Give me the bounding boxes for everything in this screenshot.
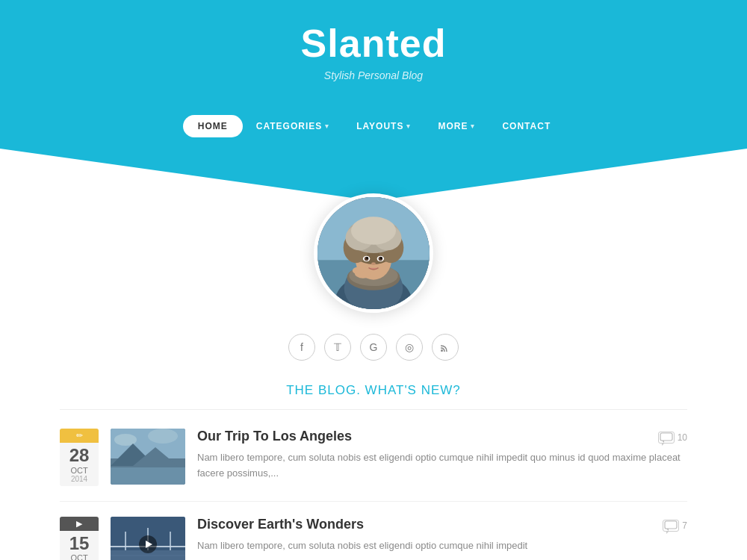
chevron-icon: ▾ xyxy=(406,122,411,130)
post-day: 15 xyxy=(60,531,99,553)
rss-icon[interactable] xyxy=(432,334,459,361)
thumbnail-image xyxy=(111,429,185,485)
chevron-icon: ▾ xyxy=(471,122,475,130)
post-title-row: Our Trip To Los Angeles 10 xyxy=(197,429,687,444)
post-icon-video: ▶ xyxy=(60,517,99,531)
comment-icon xyxy=(658,432,675,444)
page-wrapper: Slanted Stylish Personal Blog HOME CATEG… xyxy=(0,0,747,560)
hero-section: Slanted Stylish Personal Blog HOME CATEG… xyxy=(0,0,747,149)
post-thumbnail[interactable] xyxy=(111,429,185,485)
post-month: OCT xyxy=(60,466,99,475)
post-title-row: Discover Earth's Wonders 7 xyxy=(197,517,687,532)
navigation: HOME CATEGORIES ▾ LAYOUTS ▾ MORE ▾ CONTA… xyxy=(0,96,747,149)
thumbnail-image xyxy=(111,517,185,560)
post-month: OCT xyxy=(60,553,99,560)
svg-point-16 xyxy=(351,217,396,245)
post-title[interactable]: Our Trip To Los Angeles xyxy=(197,429,352,444)
svg-marker-36 xyxy=(662,441,664,443)
blog-heading-main: THE BLOG. xyxy=(286,383,361,397)
blog-heading-sub: WHAT'S NEW? xyxy=(365,383,461,397)
post-date-box: ▶ 15 OCT xyxy=(60,517,99,560)
facebook-icon[interactable]: f xyxy=(288,334,315,361)
svg-marker-47 xyxy=(666,529,669,531)
post-excerpt: Nam libero tempore, cum soluta nobis est… xyxy=(197,538,687,554)
svg-rect-34 xyxy=(111,467,185,485)
post-content: Our Trip To Los Angeles 10 Nam libero xyxy=(197,429,687,482)
post-title[interactable]: Discover Earth's Wonders xyxy=(197,517,364,532)
comment-icon xyxy=(663,520,679,532)
site-title: Slanted xyxy=(0,22,747,65)
dribbble-icon[interactable]: ◎ xyxy=(396,334,423,361)
nav-item-home[interactable]: HOME xyxy=(183,115,243,137)
avatar-image xyxy=(317,197,430,309)
nav-item-more[interactable]: MORE ▾ xyxy=(424,115,489,137)
post-item: ✏ 28 OCT 2014 xyxy=(60,429,687,501)
avatar xyxy=(314,193,433,313)
google-icon[interactable]: G xyxy=(360,334,387,361)
site-subtitle: Stylish Personal Blog xyxy=(0,69,747,81)
twitter-icon[interactable]: 𝕋 xyxy=(324,334,351,361)
blog-heading: THE BLOG. WHAT'S NEW? xyxy=(60,383,687,410)
nav-item-categories[interactable]: CATEGORIES ▾ xyxy=(243,115,343,137)
chevron-icon: ▾ xyxy=(325,122,329,130)
play-button[interactable] xyxy=(139,535,157,553)
post-date-box: ✏ 28 OCT 2014 xyxy=(60,429,99,485)
nav-item-layouts[interactable]: LAYOUTS ▾ xyxy=(343,115,424,137)
comment-count: 7 xyxy=(682,520,687,531)
svg-point-25 xyxy=(353,267,364,274)
svg-point-22 xyxy=(380,257,382,259)
svg-point-21 xyxy=(366,257,368,259)
svg-rect-35 xyxy=(660,433,672,441)
blog-section: THE BLOG. WHAT'S NEW? ✏ 28 OCT 2014 xyxy=(0,361,747,560)
play-icon xyxy=(146,541,152,548)
nav-menu: HOME CATEGORIES ▾ LAYOUTS ▾ MORE ▾ CONTA… xyxy=(0,115,747,137)
post-year: 2014 xyxy=(60,475,99,486)
post-comments[interactable]: 10 xyxy=(658,432,687,444)
comment-count: 10 xyxy=(678,432,687,443)
avatar-section: f 𝕋 G ◎ xyxy=(0,201,747,361)
svg-point-31 xyxy=(148,429,178,444)
post-thumbnail[interactable] xyxy=(111,517,185,560)
post-excerpt: Nam libero tempore, cum soluta nobis est… xyxy=(197,450,687,482)
post-day: 28 xyxy=(60,443,99,465)
post-icon-edit: ✏ xyxy=(60,429,99,443)
svg-rect-46 xyxy=(665,521,677,529)
social-icons: f 𝕋 G ◎ xyxy=(288,334,459,361)
nav-item-contact[interactable]: CONTACT xyxy=(489,115,564,137)
post-item: ▶ 15 OCT xyxy=(60,517,687,560)
svg-point-26 xyxy=(441,349,443,352)
post-comments[interactable]: 7 xyxy=(663,520,687,532)
post-content: Discover Earth's Wonders 7 Nam libero xyxy=(197,517,687,554)
content-area: f 𝕋 G ◎ THE BLOG. WHAT'S NEW? xyxy=(0,201,747,560)
svg-point-23 xyxy=(371,262,376,265)
